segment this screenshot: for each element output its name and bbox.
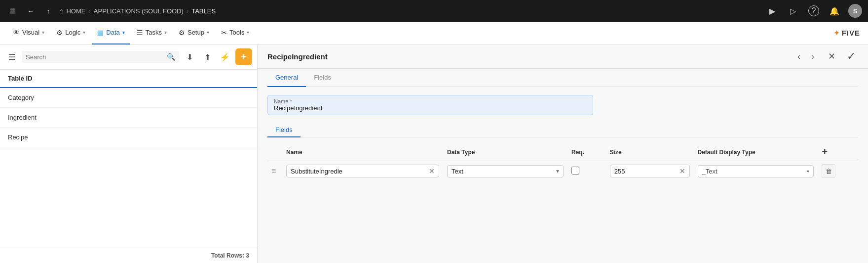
help-button[interactable]: ? xyxy=(807,4,821,18)
close-button[interactable]: ✕ xyxy=(825,49,838,63)
menu-icon[interactable]: ☰ xyxy=(6,4,20,18)
fields-tab-bar: Fields xyxy=(267,123,858,137)
tab-general[interactable]: General xyxy=(267,69,306,87)
col-drag xyxy=(267,143,282,161)
delete-field-button[interactable]: 🗑 xyxy=(822,164,835,178)
tab-tools-label: Tools xyxy=(229,29,244,36)
second-bar: 👁 Visual ▾ ⚙ Logic ▾ ▦ Data ▾ ☰ Tasks ▾ … xyxy=(0,22,868,44)
col-size: Size xyxy=(606,143,694,161)
lightning-icon: ⚡ xyxy=(220,52,230,62)
field-name-input[interactable]: SubstituteIngredie ✕ xyxy=(286,165,439,177)
delete-icon: 🗑 xyxy=(826,168,832,175)
search-input[interactable] xyxy=(26,53,165,61)
next-arrow[interactable]: › xyxy=(807,50,819,62)
second-bar-nav: 👁 Visual ▾ ⚙ Logic ▾ ▦ Data ▾ ☰ Tasks ▾ … xyxy=(8,22,254,44)
nav-arrows: ‹ › xyxy=(793,50,819,62)
top-bar: ☰ ← ↑ ⌂ HOME › APPLICATIONS (SOUL FOOD) … xyxy=(0,0,868,22)
drag-handle[interactable]: ≡ xyxy=(271,167,276,175)
table-list: Category Ingredient Recipe xyxy=(0,88,257,248)
five-logo: ✦ FIVE xyxy=(833,28,860,38)
col-name: Name xyxy=(282,143,443,161)
add-icon: + xyxy=(241,51,247,63)
tab-tasks[interactable]: ☰ Tasks ▾ xyxy=(132,22,172,44)
home-icon: ⌂ xyxy=(59,7,63,15)
table-row[interactable]: Category xyxy=(0,88,257,108)
field-name-text: SubstituteIngredie xyxy=(291,168,427,175)
play-button[interactable]: ▶ xyxy=(765,4,779,18)
download-icon: ⬇ xyxy=(187,52,193,62)
fields-sub-tab[interactable]: Fields xyxy=(267,123,301,137)
tab-fields[interactable]: Fields xyxy=(306,69,339,87)
tab-general-label: General xyxy=(275,74,298,81)
sidebar-footer: Total Rows: 3 xyxy=(0,248,257,263)
name-label: Name * xyxy=(274,98,587,104)
tasks-icon: ☰ xyxy=(137,29,143,37)
tab-setup[interactable]: ⚙ Setup ▾ xyxy=(174,22,214,44)
col-req: Req. xyxy=(567,143,606,161)
table-row[interactable]: Recipe xyxy=(0,128,257,147)
table-row-label: Recipe xyxy=(8,133,28,141)
name-form-group: Name * xyxy=(267,95,593,115)
search-box: 🔍 xyxy=(22,51,179,63)
avatar[interactable]: S xyxy=(848,4,862,18)
breadcrumb-tables[interactable]: TABLES xyxy=(191,7,216,15)
field-size-input[interactable]: 255 ✕ xyxy=(610,165,690,177)
add-table-button[interactable]: + xyxy=(235,48,252,65)
panel-tabs: General Fields xyxy=(267,69,858,87)
lightning-button[interactable]: ⚡ xyxy=(218,49,232,64)
table-row-label: Category xyxy=(8,94,34,101)
upload-button[interactable]: ⬆ xyxy=(200,49,215,64)
logic-icon: ⚙ xyxy=(56,29,63,37)
breadcrumb: ⌂ HOME › APPLICATIONS (SOUL FOOD) › TABL… xyxy=(59,7,216,15)
sidebar: ☰ 🔍 ⬇ ⬆ ⚡ + Table ID Category xyxy=(0,44,258,263)
field-name-clear-button[interactable]: ✕ xyxy=(429,167,435,175)
dropdown-arrow-icon: ▾ xyxy=(556,168,559,175)
req-checkbox[interactable] xyxy=(571,167,579,175)
breadcrumb-app[interactable]: APPLICATIONS (SOUL FOOD) xyxy=(94,7,184,15)
tab-fields-label: Fields xyxy=(314,74,331,81)
fields-table-body: ≡ SubstituteIngredie ✕ Text ▾ xyxy=(267,161,858,181)
sidebar-toolbar: ☰ 🔍 ⬇ ⬆ ⚡ + xyxy=(0,44,257,70)
panel-title: RecipeIngredient xyxy=(267,52,328,61)
tab-logic-label: Logic xyxy=(65,29,80,36)
add-field-button[interactable]: + xyxy=(822,146,828,158)
display-type-arrow-icon: ▾ xyxy=(807,169,809,174)
download-button[interactable]: ⬇ xyxy=(182,49,197,64)
panel-header: RecipeIngredient ‹ › ✕ ✓ xyxy=(258,44,868,69)
data-icon: ▦ xyxy=(97,29,104,37)
notifications-button[interactable]: 🔔 xyxy=(828,4,841,18)
breadcrumb-home[interactable]: HOME xyxy=(66,7,85,15)
tab-data[interactable]: ▦ Data ▾ xyxy=(92,22,129,44)
field-display-type-select[interactable]: _Text ▾ xyxy=(698,165,814,177)
fields-table: Name Data Type Req. Size Default Display xyxy=(267,143,858,181)
name-input-wrapper: Name * xyxy=(267,95,593,115)
panel-body: General Fields Name * Fields xyxy=(258,69,868,263)
name-field[interactable] xyxy=(274,104,587,112)
field-type-text: Text xyxy=(452,168,554,175)
back-button[interactable]: ← xyxy=(24,4,38,18)
table-row-label: Ingredient xyxy=(8,114,37,121)
tab-tools[interactable]: ✂ Tools ▾ xyxy=(216,22,254,44)
tab-logic[interactable]: ⚙ Logic ▾ xyxy=(51,22,90,44)
up-button[interactable]: ↑ xyxy=(41,4,55,18)
visual-icon: 👁 xyxy=(13,29,20,37)
field-display-type-text: _Text xyxy=(702,168,805,175)
setup-icon: ⚙ xyxy=(179,29,185,37)
upload-icon: ⬆ xyxy=(204,52,211,62)
tab-data-label: Data xyxy=(106,29,119,36)
replay-button[interactable]: ▷ xyxy=(786,4,800,18)
tab-visual[interactable]: 👁 Visual ▾ xyxy=(8,22,49,44)
col-datatype: Data Type xyxy=(443,143,567,161)
col-add: + xyxy=(818,143,858,161)
hamburger-button[interactable]: ☰ xyxy=(5,50,19,64)
prev-arrow[interactable]: ‹ xyxy=(793,50,805,62)
field-size-clear-button[interactable]: ✕ xyxy=(679,167,685,175)
confirm-button[interactable]: ✓ xyxy=(844,49,858,63)
field-req-cell xyxy=(567,161,606,181)
field-type-select[interactable]: Text ▾ xyxy=(447,165,564,177)
tab-visual-label: Visual xyxy=(22,29,39,36)
field-display-type-cell: _Text ▾ xyxy=(694,161,818,181)
field-type-cell: Text ▾ xyxy=(443,161,567,181)
table-row[interactable]: Ingredient xyxy=(0,108,257,128)
col-display-type: Default Display Type xyxy=(694,143,818,161)
